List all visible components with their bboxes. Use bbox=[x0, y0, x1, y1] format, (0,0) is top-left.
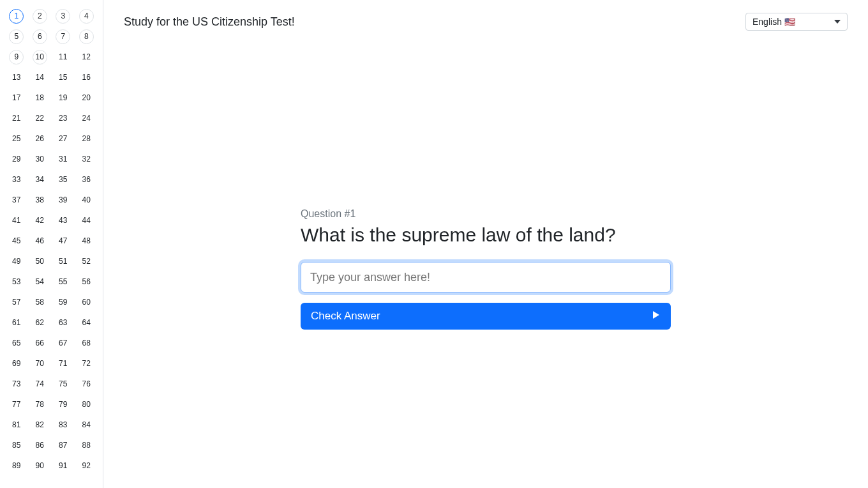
question-nav-30[interactable]: 30 bbox=[33, 152, 47, 167]
question-nav-31[interactable]: 31 bbox=[56, 152, 70, 167]
question-nav-88[interactable]: 88 bbox=[79, 438, 94, 453]
question-nav-77[interactable]: 77 bbox=[9, 397, 24, 412]
question-nav-72[interactable]: 72 bbox=[79, 356, 94, 371]
question-nav-27[interactable]: 27 bbox=[56, 132, 70, 146]
question-nav-32[interactable]: 32 bbox=[79, 152, 94, 167]
question-nav-91[interactable]: 91 bbox=[56, 459, 70, 473]
question-nav-6[interactable]: 6 bbox=[33, 29, 47, 44]
question-nav-21[interactable]: 21 bbox=[9, 111, 24, 126]
question-nav-4[interactable]: 4 bbox=[79, 9, 94, 24]
question-nav-18[interactable]: 18 bbox=[33, 91, 47, 105]
question-nav-59[interactable]: 59 bbox=[56, 295, 70, 310]
check-answer-button[interactable]: Check Answer bbox=[301, 303, 671, 330]
question-nav-87[interactable]: 87 bbox=[56, 438, 70, 453]
question-nav-80[interactable]: 80 bbox=[79, 397, 94, 412]
question-nav-90[interactable]: 90 bbox=[33, 459, 47, 473]
question-nav-62[interactable]: 62 bbox=[33, 316, 47, 330]
question-nav-13[interactable]: 13 bbox=[9, 70, 24, 85]
question-nav-89[interactable]: 89 bbox=[9, 459, 24, 473]
question-nav-14[interactable]: 14 bbox=[33, 70, 47, 85]
question-nav-12[interactable]: 12 bbox=[79, 50, 94, 65]
question-nav-56[interactable]: 56 bbox=[79, 275, 94, 289]
header-row: Study for the US Citizenship Test! Engli… bbox=[124, 13, 848, 31]
question-nav-81[interactable]: 81 bbox=[9, 418, 24, 432]
question-nav-53[interactable]: 53 bbox=[9, 275, 24, 289]
question-nav-37[interactable]: 37 bbox=[9, 193, 24, 208]
question-nav-41[interactable]: 41 bbox=[9, 213, 24, 228]
question-nav-71[interactable]: 71 bbox=[56, 356, 70, 371]
question-nav-35[interactable]: 35 bbox=[56, 172, 70, 187]
question-nav-60[interactable]: 60 bbox=[79, 295, 94, 310]
check-answer-label: Check Answer bbox=[311, 310, 380, 323]
question-nav-48[interactable]: 48 bbox=[79, 234, 94, 248]
question-nav-15[interactable]: 15 bbox=[56, 70, 70, 85]
answer-input[interactable] bbox=[301, 262, 671, 293]
question-nav-11[interactable]: 11 bbox=[56, 50, 70, 65]
question-nav-43[interactable]: 43 bbox=[56, 213, 70, 228]
question-nav-75[interactable]: 75 bbox=[56, 377, 70, 392]
question-nav-57[interactable]: 57 bbox=[9, 295, 24, 310]
question-nav-52[interactable]: 52 bbox=[79, 254, 94, 269]
question-nav-5[interactable]: 5 bbox=[9, 29, 24, 44]
question-nav-29[interactable]: 29 bbox=[9, 152, 24, 167]
question-nav-85[interactable]: 85 bbox=[9, 438, 24, 453]
question-nav-67[interactable]: 67 bbox=[56, 336, 70, 351]
question-nav-64[interactable]: 64 bbox=[79, 316, 94, 330]
question-nav-42[interactable]: 42 bbox=[33, 213, 47, 228]
question-nav-69[interactable]: 69 bbox=[9, 356, 24, 371]
question-nav-1[interactable]: 1 bbox=[9, 9, 24, 24]
question-nav-28[interactable]: 28 bbox=[79, 132, 94, 146]
question-nav-44[interactable]: 44 bbox=[79, 213, 94, 228]
question-nav-2[interactable]: 2 bbox=[33, 9, 47, 24]
question-nav-83[interactable]: 83 bbox=[56, 418, 70, 432]
language-select-value: English 🇺🇸 bbox=[752, 17, 795, 27]
question-nav-58[interactable]: 58 bbox=[33, 295, 47, 310]
language-select[interactable]: English 🇺🇸 bbox=[745, 13, 848, 31]
question-nav-78[interactable]: 78 bbox=[33, 397, 47, 412]
question-nav-86[interactable]: 86 bbox=[33, 438, 47, 453]
question-nav-25[interactable]: 25 bbox=[9, 132, 24, 146]
question-nav-10[interactable]: 10 bbox=[33, 50, 47, 65]
question-nav-55[interactable]: 55 bbox=[56, 275, 70, 289]
question-nav-61[interactable]: 61 bbox=[9, 316, 24, 330]
question-nav-19[interactable]: 19 bbox=[56, 91, 70, 105]
question-nav-50[interactable]: 50 bbox=[33, 254, 47, 269]
question-nav-3[interactable]: 3 bbox=[56, 9, 70, 24]
question-nav-34[interactable]: 34 bbox=[33, 172, 47, 187]
question-nav-65[interactable]: 65 bbox=[9, 336, 24, 351]
question-nav-17[interactable]: 17 bbox=[9, 91, 24, 105]
app-root: 1234567891011121314151617181920212223242… bbox=[0, 0, 868, 488]
question-nav-49[interactable]: 49 bbox=[9, 254, 24, 269]
question-nav-26[interactable]: 26 bbox=[33, 132, 47, 146]
question-nav-8[interactable]: 8 bbox=[79, 29, 94, 44]
question-nav-74[interactable]: 74 bbox=[33, 377, 47, 392]
question-nav-84[interactable]: 84 bbox=[79, 418, 94, 432]
question-nav-22[interactable]: 22 bbox=[33, 111, 47, 126]
question-nav-7[interactable]: 7 bbox=[56, 29, 70, 44]
question-nav-20[interactable]: 20 bbox=[79, 91, 94, 105]
question-nav-70[interactable]: 70 bbox=[33, 356, 47, 371]
question-nav-79[interactable]: 79 bbox=[56, 397, 70, 412]
question-nav-63[interactable]: 63 bbox=[56, 316, 70, 330]
question-area: Question #1 What is the supreme law of t… bbox=[301, 208, 671, 330]
question-nav-76[interactable]: 76 bbox=[79, 377, 94, 392]
question-nav-73[interactable]: 73 bbox=[9, 377, 24, 392]
question-nav-46[interactable]: 46 bbox=[33, 234, 47, 248]
question-nav-36[interactable]: 36 bbox=[79, 172, 94, 187]
question-nav-47[interactable]: 47 bbox=[56, 234, 70, 248]
question-nav-33[interactable]: 33 bbox=[9, 172, 24, 187]
question-nav-9[interactable]: 9 bbox=[9, 50, 24, 65]
question-nav-45[interactable]: 45 bbox=[9, 234, 24, 248]
question-nav-66[interactable]: 66 bbox=[33, 336, 47, 351]
question-nav-92[interactable]: 92 bbox=[79, 459, 94, 473]
question-nav-24[interactable]: 24 bbox=[79, 111, 94, 126]
question-nav-54[interactable]: 54 bbox=[33, 275, 47, 289]
question-nav-23[interactable]: 23 bbox=[56, 111, 70, 126]
question-nav-82[interactable]: 82 bbox=[33, 418, 47, 432]
question-nav-39[interactable]: 39 bbox=[56, 193, 70, 208]
question-nav-38[interactable]: 38 bbox=[33, 193, 47, 208]
question-nav-68[interactable]: 68 bbox=[79, 336, 94, 351]
question-nav-51[interactable]: 51 bbox=[56, 254, 70, 269]
question-nav-40[interactable]: 40 bbox=[79, 193, 94, 208]
question-nav-16[interactable]: 16 bbox=[79, 70, 94, 85]
